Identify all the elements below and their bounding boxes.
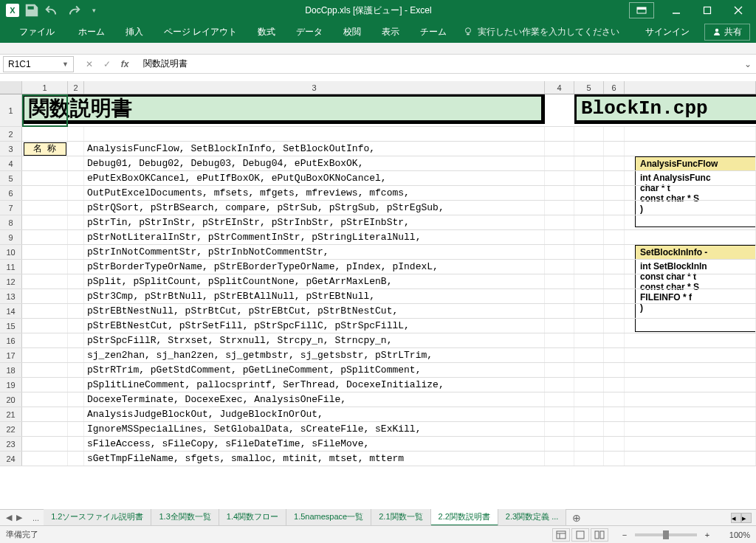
- col-header[interactable]: 3: [84, 81, 545, 94]
- table-row[interactable]: 2: [0, 127, 756, 142]
- table-row[interactable]: 18pStrRTrim, pGetStdComment, pGetLineCom…: [0, 363, 756, 378]
- zoom-slider[interactable]: [635, 533, 697, 536]
- scroll-right-icon[interactable]: ▸: [741, 513, 752, 523]
- row-header[interactable]: 21: [0, 407, 22, 421]
- signin-link[interactable]: サインイン: [636, 26, 698, 38]
- row-header[interactable]: 14: [0, 304, 22, 318]
- add-sheet-icon[interactable]: ⊕: [566, 512, 587, 524]
- normal-view-icon[interactable]: [552, 528, 570, 542]
- cell-content[interactable]: AnalysisFuncFlow, SetBlockInInfo, SetBlo…: [84, 142, 545, 156]
- table-row[interactable]: 8pStrTin, pStrInStr, pStrEInStr, pStrInb…: [0, 215, 756, 230]
- sheet-tab[interactable]: 1.3全関数一覧: [151, 509, 219, 526]
- table-row[interactable]: 6OutPutExcelDocuments, mfsets, mfgets, m…: [0, 186, 756, 201]
- sheet-tab[interactable]: 2.2関数説明書: [431, 509, 498, 526]
- sheet-overflow-icon[interactable]: ...: [28, 513, 44, 522]
- sheet-tab[interactable]: 1.2ソースファイル説明書: [44, 509, 151, 526]
- col-header[interactable]: 1: [22, 81, 68, 94]
- sheet-tab[interactable]: 1.4関数フロー: [219, 509, 286, 526]
- row-header[interactable]: 20: [0, 392, 22, 407]
- cell-content[interactable]: pStr3Cmp, pStrBtNull, pStrEBtAllNull, pS…: [84, 289, 545, 303]
- cell-content[interactable]: ePutExBoxOKCancel, ePutIfBoxOK, ePutQuBo…: [84, 171, 545, 185]
- table-row[interactable]: 17sj_zen2han, sj_han2zen, sj_getmbstr, s…: [0, 348, 756, 363]
- row-header[interactable]: 6: [0, 186, 22, 200]
- row-header[interactable]: 19: [0, 378, 22, 392]
- row-header[interactable]: 24: [0, 452, 22, 466]
- row-header[interactable]: 11: [0, 260, 22, 274]
- cell-content[interactable]: pSplit, pSplitCount, pSplitCountNone, pG…: [84, 274, 545, 288]
- formula-input[interactable]: 関数説明書: [137, 56, 740, 72]
- row-header[interactable]: 3: [0, 142, 22, 156]
- horizontal-scrollbar[interactable]: ◂ ▸: [587, 513, 756, 523]
- cell-content[interactable]: sGetTmpFileName, sfgets, smalloc, mtinit…: [84, 452, 545, 466]
- table-row[interactable]: 1: [0, 94, 756, 127]
- table-row[interactable]: 21AnalysisJudgeBlockOut, JudgeBlockInOrO…: [0, 407, 756, 422]
- row-header[interactable]: 15: [0, 319, 22, 333]
- tab-data[interactable]: データ: [286, 21, 333, 43]
- table-row[interactable]: 4Debug01, Debug02, Debug03, Debug04, ePu…: [0, 156, 756, 171]
- page-layout-view-icon[interactable]: [571, 528, 589, 542]
- col-header[interactable]: 2: [68, 81, 84, 94]
- table-row[interactable]: 16pStrSpcFillR, Strxset, Strxnull, Strcp…: [0, 333, 756, 348]
- tab-review[interactable]: 校閲: [333, 21, 371, 43]
- page-break-view-icon[interactable]: [591, 528, 608, 542]
- fx-icon[interactable]: fx: [117, 57, 133, 72]
- qat-customize-icon[interactable]: ▾: [86, 2, 102, 18]
- sheet-tab[interactable]: 2.1関数一覧: [371, 509, 430, 526]
- cell-content[interactable]: pStrSpcFillR, Strxset, Strxnull, Strcpy_…: [84, 333, 545, 347]
- expand-formula-bar-icon[interactable]: ⌄: [740, 59, 756, 69]
- cancel-icon[interactable]: ✕: [81, 57, 97, 72]
- zoom-out-button[interactable]: −: [619, 530, 630, 539]
- save-icon[interactable]: [24, 2, 40, 18]
- cell-content[interactable]: DocexeTerminate, DocexeExec, AnalysisOne…: [84, 392, 545, 407]
- cell-content[interactable]: pStrInNotCommentStr, pStrInbNotCommentSt…: [84, 245, 545, 259]
- sheet-tab[interactable]: 2.3関数定義 ...: [498, 509, 567, 526]
- table-row[interactable]: 7pStrQSort, pStrBSearch, compare, pStrSu…: [0, 201, 756, 215]
- tab-team[interactable]: チーム: [410, 21, 457, 43]
- table-row[interactable]: 10pStrInNotCommentStr, pStrInbNotComment…: [0, 245, 756, 260]
- tab-view[interactable]: 表示: [371, 21, 410, 43]
- cell-content[interactable]: sj_zen2han, sj_han2zen, sj_getmbstr, sj_…: [84, 348, 545, 362]
- chevron-down-icon[interactable]: ▼: [62, 60, 69, 68]
- minimize-button[interactable]: [662, 1, 691, 20]
- cell-content[interactable]: pStrNotLiteralInStr, pStrCommentInStr, p…: [84, 230, 545, 244]
- share-button[interactable]: 共有: [704, 24, 750, 41]
- row-header[interactable]: 1: [0, 94, 22, 126]
- redo-icon[interactable]: [65, 2, 81, 18]
- tab-file[interactable]: ファイル: [6, 21, 68, 43]
- cell-content[interactable]: IgnoreMSSpecialLines, SetGlobalData, sCr…: [84, 422, 545, 436]
- row-header[interactable]: 9: [0, 230, 22, 244]
- sheet-nav-next-icon[interactable]: ▶: [15, 513, 24, 522]
- cell-content[interactable]: pStrQSort, pStrBSearch, compare, pStrSub…: [84, 201, 545, 215]
- scroll-left-icon[interactable]: ◂: [731, 513, 741, 523]
- tell-me-search[interactable]: 実行したい作業を入力してください: [463, 26, 619, 38]
- sheet-nav-prev-icon[interactable]: ◀: [4, 513, 13, 522]
- tab-insert[interactable]: 挿入: [115, 21, 154, 43]
- table-row[interactable]: 11pStrBorderTypeOrName, pStrEBorderTypeO…: [0, 260, 756, 274]
- col-header[interactable]: 4: [545, 81, 574, 94]
- name-box[interactable]: R1C1 ▼: [3, 56, 74, 72]
- cell-content[interactable]: Debug01, Debug02, Debug03, Debug04, ePut…: [84, 156, 545, 170]
- cell-content[interactable]: pSplitLineComment, pallocsprintf, SerThr…: [84, 378, 545, 392]
- tab-formulas[interactable]: 数式: [247, 21, 286, 43]
- row-header[interactable]: 8: [0, 215, 22, 229]
- cell-content[interactable]: pStrEBtNestNull, pStrBtCut, pStrEBtCut, …: [84, 304, 545, 318]
- table-row[interactable]: 19pSplitLineComment, pallocsprintf, SerT…: [0, 378, 756, 392]
- cell-content[interactable]: pStrBorderTypeOrName, pStrEBorderTypeOrN…: [84, 260, 545, 274]
- cell-content[interactable]: pStrTin, pStrInStr, pStrEInStr, pStrInbS…: [84, 215, 545, 229]
- row-header[interactable]: 7: [0, 201, 22, 215]
- cell-content[interactable]: AnalysisJudgeBlockOut, JudgeBlockInOrOut…: [84, 407, 545, 421]
- table-row[interactable]: 14pStrEBtNestNull, pStrBtCut, pStrEBtCut…: [0, 304, 756, 319]
- row-header[interactable]: 10: [0, 245, 22, 259]
- table-row[interactable]: 12pSplit, pSplitCount, pSplitCountNone, …: [0, 274, 756, 289]
- row-header[interactable]: 17: [0, 348, 22, 362]
- cell-content[interactable]: pStrRTrim, pGetStdComment, pGetLineComme…: [84, 363, 545, 377]
- row-header[interactable]: 23: [0, 437, 22, 451]
- spreadsheet-grid[interactable]: 1 2 3 4 5 6 関数説明書 BlockIn.cpp AnalysisFu…: [0, 81, 756, 496]
- select-all-corner[interactable]: [0, 81, 22, 94]
- enter-icon[interactable]: ✓: [99, 57, 115, 72]
- cell-content[interactable]: pStrEBtNestCut, pStrSetFill, pStrSpcFill…: [84, 319, 545, 333]
- undo-icon[interactable]: [44, 2, 61, 18]
- row-header[interactable]: 12: [0, 274, 22, 288]
- table-row[interactable]: 24sGetTmpFileName, sfgets, smalloc, mtin…: [0, 452, 756, 466]
- zoom-in-button[interactable]: +: [701, 530, 713, 539]
